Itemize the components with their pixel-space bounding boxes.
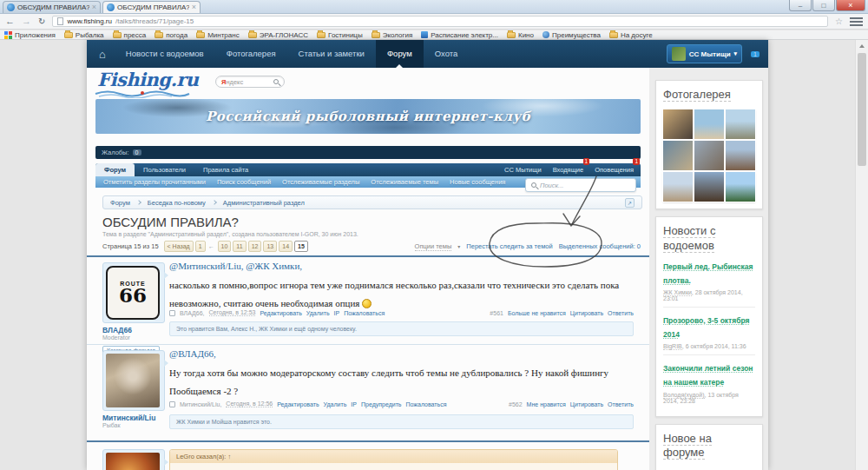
pager-prev-button[interactable]: < Назад [164,241,194,252]
bookmark-folder[interactable]: Гостиницы [317,31,363,39]
pager-current-page[interactable]: 15 [294,241,308,252]
reply-link[interactable]: Ответить [608,401,634,407]
bookmark-folder[interactable]: Минтранс [196,31,240,39]
photo-thumbnail[interactable] [694,109,724,139]
edit-link[interactable]: Редактировать [277,401,319,407]
subnav-mark-read[interactable]: Отметить разделы прочитанными [103,178,206,186]
photo-thumbnail[interactable] [726,109,755,139]
address-bar[interactable]: www.fishing.ru /talks/threads/71/page-15 [52,16,828,27]
browser-tab-inactive[interactable]: ОБСУДИМ ПРАВИЛА? | ( × [3,1,101,13]
bookmark-folder[interactable]: Экология [372,31,413,39]
pager-page-button[interactable]: 1 [195,241,206,252]
footer-author[interactable]: ВЛАД66, [180,310,205,316]
delete-link[interactable]: Удалить [324,401,347,407]
user-badge[interactable]: 1 [751,51,760,57]
photo-thumbnail[interactable] [694,141,724,170]
nav-item-news[interactable]: Новости с водоемов [115,40,215,68]
home-icon[interactable]: ⌂ [87,48,115,61]
photo-thumbnail[interactable] [694,172,724,202]
news-author-link[interactable]: BigRIB [663,343,682,350]
thread-options-button[interactable]: Опции темы [415,242,452,251]
bookmark-folder[interactable]: погода [155,31,187,39]
photo-thumbnail[interactable] [726,172,755,202]
expand-icon[interactable]: ↗ [625,198,635,208]
scroll-up-icon[interactable] [856,40,868,51]
inbox-link[interactable]: Входящие1 [553,163,584,176]
post-timestamp-link[interactable]: Сегодня, в 12:53 [209,309,256,316]
bookmark-site[interactable]: Преимущества [542,31,601,39]
select-post-checkbox[interactable] [169,310,175,316]
avatar[interactable] [106,453,160,470]
likes-text[interactable]: Это нравится Вам, Алекс Н., ЖК Химки и е… [176,326,357,332]
forum-user-link[interactable]: СС Мытищи [504,163,542,176]
report-link[interactable]: Пожаловаться [406,401,447,407]
tab-forum[interactable]: Форум [95,163,135,176]
forward-icon[interactable]: → [22,17,31,26]
breadcrumb-section[interactable]: Беседка по-новому [148,199,206,207]
back-icon[interactable]: ← [5,17,15,26]
subnav-search-posts[interactable]: Поиск сообщений [217,178,271,186]
subnav-watched-forums[interactable]: Отслеживаемые разделы [282,178,359,186]
bookmark-folder[interactable]: ЭРА-ГЛОНАСС [248,31,308,39]
bookmark-apps[interactable]: Приложения [4,31,56,39]
selected-posts-link[interactable]: Выделенных сообщений: 0 [559,242,641,250]
tab-close-icon[interactable]: × [192,3,196,11]
bookmark-folder[interactable]: Рыбалка [64,31,104,39]
nav-item-articles[interactable]: Статьи и заметки [287,40,376,68]
thread-link[interactable]: ОБСУДИМ ПРАВИЛА? [663,467,755,470]
browser-tab-active[interactable]: ОБСУДИМ ПРАВИЛА? | ( × [102,1,201,13]
unwatch-thread-link[interactable]: Перестать следить за темой [466,242,552,250]
tab-rules[interactable]: Правила сайта [194,163,257,176]
post-timestamp-link[interactable]: Сегодня, в 12:56 [226,400,273,407]
post-author-link[interactable]: ВЛАД66 [102,326,165,334]
avatar[interactable]: ROUTE 66 [106,266,160,320]
footer-author[interactable]: Митинский/Liu, [180,401,221,407]
user-menu[interactable]: СС Мытищи ▾ [667,44,742,63]
site-logo[interactable]: Fishing.ru [97,69,199,90]
delete-link[interactable]: Удалить [306,310,330,316]
nav-item-gallery[interactable]: Фотогалерея [215,40,287,68]
mention-links[interactable]: @ВЛАД66, [169,348,216,359]
pager-page-button[interactable]: 12 [248,241,262,252]
bookmark-folder[interactable]: На досуге [609,31,653,39]
ip-link[interactable]: IP [334,310,340,316]
post-number[interactable]: #562 [509,401,523,407]
news-link[interactable]: Прозорово, 3-5 октября 2014 [663,314,755,341]
like-link[interactable]: Мне нравится [527,401,566,407]
post-author-link[interactable]: Митинский/Liu [102,414,165,422]
avatar[interactable] [106,354,160,407]
subnav-new-posts[interactable]: Новые сообщения [450,178,505,186]
news-link[interactable]: Закончили летний сезон на нашем катере [663,361,755,389]
warn-link[interactable]: Предупредить [361,401,402,407]
report-link[interactable]: Пожаловаться [344,310,385,316]
photo-thumbnail[interactable] [663,172,693,202]
menu-icon[interactable] [850,17,863,26]
ip-link[interactable]: IP [351,401,357,407]
jump-to-quote-icon[interactable]: ↑ [228,453,232,460]
likes-text[interactable]: ЖК Химки и Мойша нравится это. [176,419,272,425]
quote-link[interactable]: Цитировать [570,401,603,407]
tab-members[interactable]: Пользователи [135,163,194,176]
pager-page-button[interactable]: 11 [233,241,246,252]
scrollbar-thumb[interactable] [858,53,866,166]
unlike-link[interactable]: Больше не нравится [508,310,566,316]
close-button[interactable]: × [836,0,865,11]
quote-link[interactable]: Цитировать [570,310,603,316]
edit-link[interactable]: Редактировать [260,310,301,316]
breadcrumb-subsection[interactable]: Административный раздел [223,199,305,207]
mention-links[interactable]: @Митинский/Liu, @ЖК Химки, [169,261,302,271]
breadcrumb-forum[interactable]: Форум [110,199,130,207]
maximize-button[interactable]: □ [812,0,835,11]
photo-thumbnail[interactable] [663,109,693,139]
search-icon[interactable] [273,79,279,84]
subnav-watched-threads[interactable]: Отслеживаемые темы [371,178,438,186]
tab-close-icon[interactable]: × [92,3,96,11]
scrollbar[interactable] [855,40,868,470]
news-link[interactable]: Первый лед. Рыбинская плотва. [663,260,755,288]
bookmark-star-icon[interactable]: ☆ [835,17,843,26]
post-number[interactable]: #561 [490,310,503,316]
minimize-button[interactable]: – [789,0,812,11]
pager-page-button[interactable]: 13 [263,241,277,252]
nav-item-hunting[interactable]: Охота [424,40,470,68]
alerts-link[interactable]: Оповещения1 [595,163,634,176]
